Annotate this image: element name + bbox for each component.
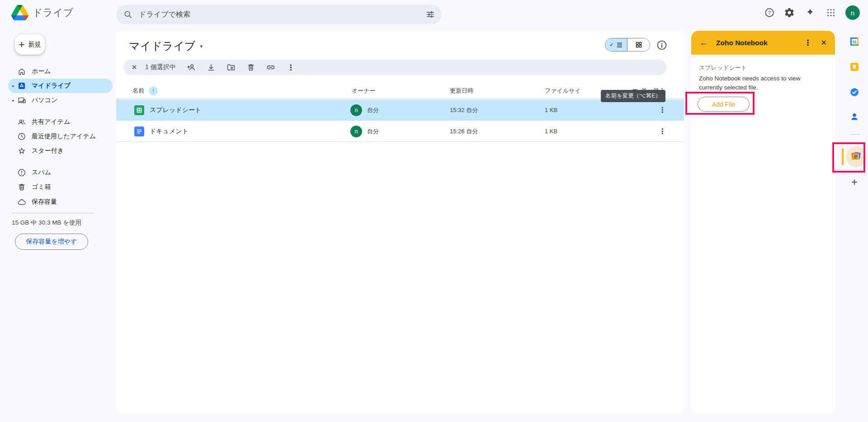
table-row[interactable]: スプレッドシート n 自分 15:32 自分 1 KB ⋮ <box>116 99 684 121</box>
sidebar-item-recent[interactable]: 最近使用したアイテム <box>8 129 113 144</box>
plus-icon: + <box>19 40 25 50</box>
size-label: 1 KB <box>545 121 557 142</box>
clear-selection-icon[interactable]: ✕ <box>130 63 139 71</box>
new-button[interactable]: + 新規 <box>15 34 45 55</box>
caret-down-icon: ▾ <box>200 43 203 49</box>
drive-logo-icon[interactable] <box>11 5 28 20</box>
computers-icon <box>17 96 26 105</box>
shared-people-icon <box>17 117 26 127</box>
sidebar-item-label: パソコン <box>32 96 57 104</box>
get-add-ons-icon[interactable]: + <box>849 176 860 188</box>
sidebar-item-label: スター付き <box>32 147 64 155</box>
owner-label: 自分 <box>367 127 379 136</box>
owner-avatar: n <box>350 126 362 137</box>
active-addon-indicator <box>842 148 844 165</box>
help-icon[interactable]: ? <box>764 7 775 18</box>
search-bar[interactable] <box>116 5 442 24</box>
share-person-add-icon[interactable] <box>187 63 196 72</box>
selected-file-label: スプレッドシート <box>699 64 747 72</box>
sidebar-item-storage[interactable]: 保存容量 <box>8 195 113 209</box>
top-bar: ドライブ ? n <box>0 0 868 25</box>
grid-view-icon <box>635 41 642 48</box>
cloud-icon <box>17 197 26 206</box>
chevron-right-icon[interactable]: ▸ <box>10 98 17 103</box>
sidebar-item-spam[interactable]: スパム <box>8 165 113 180</box>
details-info-icon[interactable] <box>656 39 668 51</box>
sidebar-item-label: 保存容量 <box>32 198 57 206</box>
modified-label: 15:32 自分 <box>450 99 478 121</box>
search-icon <box>123 10 132 19</box>
trash-icon[interactable] <box>246 63 255 72</box>
selection-count: 1 個選択中 <box>145 63 176 71</box>
search-options-icon[interactable] <box>425 9 435 19</box>
table-header: 名前 ↑ オーナー 更新日時 ファイルサイ 並べ替え <box>116 83 684 98</box>
list-view-icon <box>616 42 623 48</box>
search-input[interactable] <box>139 10 425 19</box>
back-arrow-icon[interactable]: ← <box>699 38 708 48</box>
sidebar-item-label: スパム <box>32 169 51 177</box>
clock-icon <box>17 132 26 141</box>
sidebar-item-label: マイドライブ <box>32 82 71 90</box>
addon-description: Zoho Notebook needs access to view curre… <box>699 74 809 92</box>
sidebar-item-trash[interactable]: ゴミ箱 <box>8 180 113 194</box>
column-header-modified[interactable]: 更新日時 <box>450 83 473 98</box>
size-label: 1 KB <box>545 99 557 121</box>
sidebar-item-shared[interactable]: 共有アイテム <box>8 115 113 129</box>
svg-text:?: ? <box>768 10 771 15</box>
page-title: マイドライブ <box>129 39 195 53</box>
sidebar-item-my-drive[interactable]: ▸ マイドライブ <box>8 79 113 93</box>
download-icon[interactable] <box>207 63 216 72</box>
column-header-name[interactable]: 名前 ↑ <box>132 83 158 98</box>
gemini-sparkle-icon[interactable] <box>805 7 816 18</box>
sidebar-item-label: 最近使用したアイテム <box>32 132 96 141</box>
move-to-folder-icon[interactable] <box>226 63 236 72</box>
tasks-icon[interactable] <box>849 87 860 98</box>
get-more-storage-button[interactable]: 保存容量を増やす <box>15 234 88 250</box>
document-file-icon <box>134 121 144 142</box>
get-link-icon[interactable] <box>266 63 275 72</box>
row-more-icon[interactable]: ⋮ <box>657 99 668 121</box>
spreadsheet-file-icon <box>134 99 144 121</box>
addon-more-icon[interactable]: ⋮ <box>802 38 815 47</box>
rail-divider <box>849 134 860 135</box>
row-more-icon[interactable]: ⋮ <box>657 121 668 142</box>
contacts-icon[interactable] <box>849 111 860 122</box>
column-header-owner[interactable]: オーナー <box>352 83 376 98</box>
file-browser-card: マイドライブ ▾ ✓ ✕ 1 個選択中 ⋮ <box>116 31 684 414</box>
sidebar-item-home[interactable]: ホーム <box>8 64 113 79</box>
add-file-button[interactable]: Add File <box>698 97 750 112</box>
star-icon <box>17 146 26 155</box>
sidebar-item-label: 共有アイテム <box>32 118 70 126</box>
zoho-notebook-icon[interactable] <box>846 146 867 167</box>
addon-close-icon[interactable]: ✕ <box>821 38 827 47</box>
sidebar-item-computers[interactable]: ▸ パソコン <box>8 93 113 108</box>
apps-grid-icon[interactable] <box>826 7 836 18</box>
sort-ascending-icon[interactable]: ↑ <box>149 86 158 95</box>
file-name: スプレッドシート <box>150 99 201 121</box>
list-view-button[interactable]: ✓ <box>605 38 627 51</box>
settings-gear-icon[interactable] <box>784 7 795 18</box>
selection-toolbar: ✕ 1 個選択中 ⋮ <box>123 60 667 75</box>
account-avatar[interactable]: n <box>845 5 860 20</box>
trash-icon <box>17 183 26 192</box>
more-actions-icon[interactable]: ⋮ <box>287 63 294 72</box>
my-drive-icon <box>17 81 26 90</box>
calendar-icon[interactable]: 31 <box>849 36 860 47</box>
modified-label: 15:26 自分 <box>450 121 478 142</box>
keep-icon[interactable] <box>849 61 860 72</box>
sidebar-item-starred[interactable]: スター付き <box>8 144 113 158</box>
column-header-size[interactable]: ファイルサイ <box>545 83 581 98</box>
table-row[interactable]: ドキュメント n 自分 15:26 自分 1 KB ⋮ <box>116 121 684 142</box>
home-icon <box>17 67 26 76</box>
chevron-right-icon[interactable]: ▸ <box>10 84 17 88</box>
view-toggle: ✓ <box>605 38 650 52</box>
folder-title-dropdown[interactable]: マイドライブ ▾ <box>129 39 203 53</box>
addon-title: Zoho Notebook <box>716 39 768 47</box>
check-icon: ✓ <box>609 42 614 48</box>
sidebar-divider <box>12 213 94 213</box>
spam-icon <box>17 168 26 177</box>
grid-view-button[interactable] <box>627 38 650 51</box>
rename-tooltip: 名前を変更（⌥⌘E） <box>601 90 665 102</box>
addon-panel-header: ← Zoho Notebook ⋮ ✕ <box>691 31 835 55</box>
new-button-label: 新規 <box>28 41 41 49</box>
